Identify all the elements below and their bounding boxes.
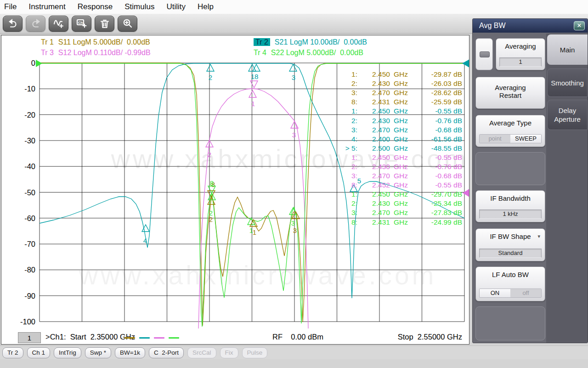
if-bandwidth-button[interactable]: IF Bandwidth 1 kHz (475, 190, 545, 222)
trace-format-label: S11 LogM 5.000dB/ 0.00dB (58, 38, 150, 46)
status-button-srccal: SrcCal (187, 347, 216, 358)
panel-title: Avg BW (479, 22, 506, 30)
menu-item-file[interactable]: File (4, 2, 17, 11)
status-button-inttrig[interactable]: IntTrig (54, 347, 81, 358)
y-axis-tick-label: -80 (24, 266, 35, 274)
y-axis-tick-label: -20 (24, 111, 35, 119)
if-bandwidth-label: IF Bandwidth (476, 194, 545, 202)
trace-id[interactable]: Tr 3 (41, 49, 54, 57)
marker-frequency: 2.450GHz (357, 190, 423, 198)
trace-title-tr4[interactable]: Tr 4S22 LogM 5.000dB/ 0.00dB (254, 49, 363, 57)
graph-area: www.xahxmicrowave.comwww.xahxmicrowave.c… (1, 35, 469, 345)
status-bar: Tr 2Ch 1IntTrigSwp *BW=1kC 2-PortSrcCalF… (0, 345, 588, 359)
marker-label: 3 (292, 131, 296, 139)
stop-frequency-label: Stop 2.55000 GHz (398, 333, 462, 341)
trace-format-label: S12 LogM 0.110dB/ -0.99dB (58, 49, 151, 57)
tab-smoothing[interactable]: Smoothing (547, 68, 588, 97)
lf-auto-bw-toggle[interactable]: ON off (479, 289, 542, 298)
redo-icon (30, 18, 41, 29)
marker-row: 8:2.431GHz-25.59 dB (338, 97, 462, 107)
marker-readout-table: 1:2.450GHz-29.87 dB2:2.430GHz-26.03 dB3:… (338, 70, 462, 227)
marker-frequency: 2.470GHz (357, 89, 423, 97)
tab-delay-aperture[interactable]: Delay Aperture (547, 100, 588, 130)
marker-frequency: 2.430GHz (357, 79, 423, 88)
add-trace-button[interactable] (49, 16, 68, 32)
marker-value: -25.59 dB (423, 98, 462, 106)
channel-strip: 1 >Ch1: Start 2.35000 GHz RF 0.00 dBm St… (1, 331, 469, 344)
marker-number: 3: (338, 126, 357, 134)
trace-id[interactable]: Tr 4 (254, 49, 266, 57)
channel-badge[interactable]: 1 (18, 332, 41, 343)
tab-main[interactable]: Main (547, 34, 588, 65)
lf-auto-bw-off-option[interactable]: off (510, 289, 541, 297)
status-button-swp-[interactable]: Swp * (85, 347, 111, 358)
legend-dash-tr4 (169, 337, 179, 339)
zoom-in-button[interactable] (118, 16, 137, 32)
marker-row: > 5:2.500GHz-48.55 dB (338, 144, 462, 153)
trace-title-tr2[interactable]: Tr 2S21 LogM 10.00dB/ 0.00dB (254, 38, 367, 46)
marker-value: -24.99 dB (423, 218, 462, 226)
svg-text:Ch: Ch (78, 21, 83, 25)
chevron-down-icon: ▾ (537, 233, 540, 239)
undo-button[interactable] (3, 16, 23, 32)
marker-label: 2 (209, 74, 212, 81)
marker-number: 3: (338, 209, 357, 217)
menu-item-response[interactable]: Response (78, 2, 113, 11)
panel-placeholder-2 (475, 306, 545, 340)
marker-label: 2 (209, 215, 213, 223)
delete-button[interactable] (95, 16, 114, 32)
trace-id[interactable]: Tr 1 (41, 38, 54, 46)
lf-auto-bw-on-option[interactable]: ON (480, 289, 510, 297)
panel-placeholder-1 (475, 152, 545, 185)
lf-auto-bw-button[interactable]: LF Auto BW ON off (475, 266, 545, 301)
y-axis-tick-label: -10 (24, 85, 35, 93)
marker-value: -29.87 dB (423, 70, 462, 79)
redo-button[interactable] (26, 16, 45, 32)
close-icon[interactable]: ✕ (574, 21, 585, 30)
if-bw-shape-value: Standard (479, 249, 542, 258)
marker-value: -0.55 dB (423, 153, 462, 162)
averaging-toggle-button[interactable] (475, 38, 493, 70)
trace-title-tr1[interactable]: Tr 1S11 LogM 5.000dB/ 0.00dB (41, 38, 150, 46)
marker-number: 8: (338, 218, 357, 226)
undo-icon (7, 18, 18, 29)
menu-item-stimulus[interactable]: Stimulus (124, 2, 154, 11)
marker-number: 3: (338, 172, 357, 180)
status-button-bw-1k[interactable]: BW=1k (115, 347, 145, 358)
add-channel-button[interactable]: Ch (72, 16, 91, 32)
menu-item-help[interactable]: Help (198, 2, 214, 11)
marker-number: > 5: (338, 144, 357, 153)
marker-row: 2:2.430GHz-25.34 dB (338, 199, 462, 208)
averaging-button[interactable]: Averaging 1 (496, 38, 545, 70)
trace-title-tr3[interactable]: Tr 3S12 LogM 0.110dB/ -0.99dB (41, 49, 151, 57)
status-button-ch-1[interactable]: Ch 1 (27, 347, 51, 358)
averaging-value: 1 (499, 57, 542, 67)
marker-row: 1:2.450GHz-29.70 dB (338, 190, 462, 199)
active-trace-badge[interactable]: Tr 2 (254, 38, 270, 46)
marker-row: 8:2.431GHz-24.99 dB (338, 218, 462, 227)
y-axis-tick-label: -70 (24, 240, 35, 248)
status-button-c-2-port[interactable]: C 2-Port (149, 347, 184, 358)
averaging-restart-label-2: Restart (476, 91, 545, 99)
averaging-restart-button[interactable]: Averaging Restart (475, 77, 545, 109)
menu-item-instrument[interactable]: Instrument (28, 2, 65, 11)
marker-value: -0.55 dB (423, 107, 462, 115)
reference-level-arrow (463, 189, 469, 197)
marker-value: -48.55 dB (423, 144, 462, 153)
average-type-toggle[interactable]: point SWEEP (479, 134, 542, 143)
marker-number: 1: (338, 107, 357, 115)
marker-row: 4:2.400GHz-61.56 dB (338, 135, 462, 144)
if-bw-shape-button[interactable]: IF BW Shape ▾ Standard (475, 228, 545, 261)
panel-header[interactable]: Avg BW ✕ (473, 19, 588, 33)
average-type-point-option[interactable]: point (480, 135, 510, 143)
if-bw-shape-label: IF BW Shape (476, 232, 545, 240)
marker-frequency: 2.430GHz (357, 199, 423, 208)
y-axis-tick-label: -90 (24, 292, 35, 300)
average-type-sweep-option[interactable]: SWEEP (510, 135, 541, 143)
status-button-tr-2[interactable]: Tr 2 (2, 347, 23, 358)
menu-item-utility[interactable]: Utility (166, 2, 186, 11)
marker-row: 2:2.430GHz-26.03 dB (338, 79, 462, 88)
averaging-led-indicator (480, 51, 490, 57)
average-type-button[interactable]: Average Type point SWEEP (475, 115, 545, 147)
trace-s12 (198, 89, 308, 328)
